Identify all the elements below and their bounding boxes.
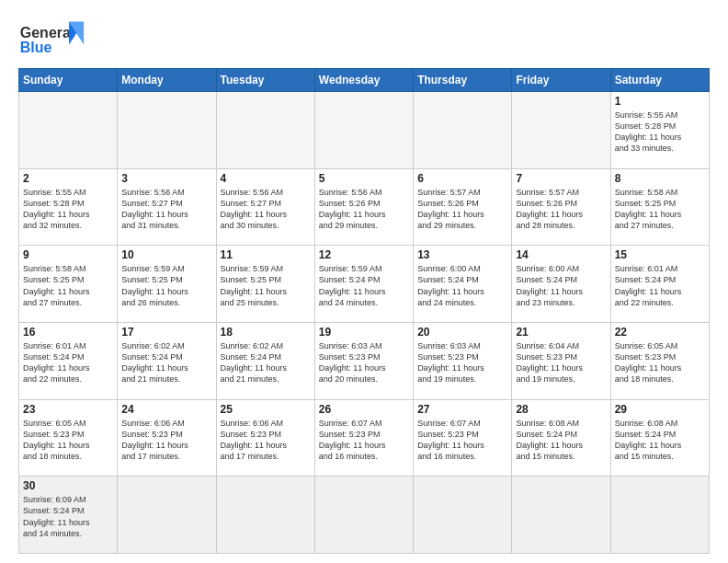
calendar-header-row: SundayMondayTuesdayWednesdayThursdayFrid… <box>19 69 710 92</box>
day-number: 17 <box>121 326 211 339</box>
day-info: Sunrise: 5:58 AM Sunset: 5:25 PM Dayligh… <box>23 263 113 308</box>
day-info: Sunrise: 5:56 AM Sunset: 5:26 PM Dayligh… <box>319 187 409 232</box>
day-info: Sunrise: 6:08 AM Sunset: 5:24 PM Dayligh… <box>516 418 606 463</box>
day-of-week-header: Thursday <box>414 69 512 92</box>
logo-area: General Blue <box>18 15 92 61</box>
calendar-table: SundayMondayTuesdayWednesdayThursdayFrid… <box>18 68 710 554</box>
calendar-day-cell: 27Sunrise: 6:07 AM Sunset: 5:23 PM Dayli… <box>414 399 512 477</box>
day-info: Sunrise: 6:03 AM Sunset: 5:23 PM Dayligh… <box>417 340 507 385</box>
calendar-week-row: 23Sunrise: 6:05 AM Sunset: 5:23 PM Dayli… <box>19 399 710 477</box>
calendar-week-row: 30Sunrise: 6:09 AM Sunset: 5:24 PM Dayli… <box>19 477 710 554</box>
calendar-day-cell: 19Sunrise: 6:03 AM Sunset: 5:23 PM Dayli… <box>314 322 413 399</box>
day-info: Sunrise: 6:04 AM Sunset: 5:23 PM Dayligh… <box>516 340 606 385</box>
day-number: 20 <box>417 326 507 339</box>
day-number: 15 <box>615 248 705 261</box>
day-info: Sunrise: 6:00 AM Sunset: 5:24 PM Dayligh… <box>516 263 606 308</box>
calendar-day-cell: 9Sunrise: 5:58 AM Sunset: 5:25 PM Daylig… <box>19 246 118 323</box>
calendar-week-row: 1Sunrise: 5:55 AM Sunset: 5:28 PM Daylig… <box>19 92 710 169</box>
day-number: 16 <box>23 326 113 339</box>
calendar-day-cell <box>314 477 413 554</box>
day-number: 18 <box>221 326 311 339</box>
day-number: 30 <box>23 479 113 492</box>
calendar-week-row: 16Sunrise: 6:01 AM Sunset: 5:24 PM Dayli… <box>19 322 710 399</box>
calendar-day-cell: 28Sunrise: 6:08 AM Sunset: 5:24 PM Dayli… <box>512 399 610 477</box>
day-number: 14 <box>516 248 606 261</box>
calendar-day-cell: 6Sunrise: 5:57 AM Sunset: 5:26 PM Daylig… <box>414 168 512 246</box>
day-number: 10 <box>121 248 211 261</box>
day-number: 9 <box>23 248 113 261</box>
day-info: Sunrise: 6:05 AM Sunset: 5:23 PM Dayligh… <box>615 340 705 385</box>
day-number: 7 <box>516 172 606 185</box>
calendar-day-cell <box>19 92 118 169</box>
calendar-day-cell: 23Sunrise: 6:05 AM Sunset: 5:23 PM Dayli… <box>19 399 118 477</box>
calendar-day-cell <box>118 477 216 554</box>
calendar-day-cell <box>414 92 512 169</box>
calendar-week-row: 2Sunrise: 5:55 AM Sunset: 5:28 PM Daylig… <box>19 168 710 246</box>
calendar-day-cell: 20Sunrise: 6:03 AM Sunset: 5:23 PM Dayli… <box>414 322 512 399</box>
day-info: Sunrise: 5:55 AM Sunset: 5:28 PM Dayligh… <box>615 109 705 155</box>
calendar-day-cell: 3Sunrise: 5:56 AM Sunset: 5:27 PM Daylig… <box>118 168 216 246</box>
calendar-day-cell <box>414 477 512 554</box>
day-info: Sunrise: 5:57 AM Sunset: 5:26 PM Dayligh… <box>516 187 606 232</box>
calendar-day-cell: 5Sunrise: 5:56 AM Sunset: 5:26 PM Daylig… <box>314 168 413 246</box>
day-info: Sunrise: 5:59 AM Sunset: 5:25 PM Dayligh… <box>121 263 211 308</box>
day-info: Sunrise: 6:00 AM Sunset: 5:24 PM Dayligh… <box>417 263 507 308</box>
day-number: 4 <box>221 172 311 185</box>
day-info: Sunrise: 5:57 AM Sunset: 5:26 PM Dayligh… <box>417 187 507 232</box>
calendar-day-cell: 24Sunrise: 6:06 AM Sunset: 5:23 PM Dayli… <box>118 399 216 477</box>
day-info: Sunrise: 6:01 AM Sunset: 5:24 PM Dayligh… <box>23 340 113 385</box>
day-info: Sunrise: 6:06 AM Sunset: 5:23 PM Dayligh… <box>221 418 311 463</box>
calendar-day-cell: 14Sunrise: 6:00 AM Sunset: 5:24 PM Dayli… <box>512 246 610 323</box>
calendar-day-cell: 1Sunrise: 5:55 AM Sunset: 5:28 PM Daylig… <box>610 92 709 169</box>
day-info: Sunrise: 5:58 AM Sunset: 5:25 PM Dayligh… <box>615 187 705 232</box>
calendar-day-cell: 15Sunrise: 6:01 AM Sunset: 5:24 PM Dayli… <box>610 246 709 323</box>
day-info: Sunrise: 6:07 AM Sunset: 5:23 PM Dayligh… <box>417 418 507 463</box>
calendar-day-cell: 22Sunrise: 6:05 AM Sunset: 5:23 PM Dayli… <box>610 322 709 399</box>
day-number: 22 <box>615 326 705 339</box>
day-number: 5 <box>319 172 409 185</box>
day-info: Sunrise: 6:07 AM Sunset: 5:23 PM Dayligh… <box>319 418 409 463</box>
day-of-week-header: Monday <box>118 69 216 92</box>
day-number: 28 <box>516 403 606 416</box>
day-number: 8 <box>615 172 705 185</box>
day-info: Sunrise: 6:02 AM Sunset: 5:24 PM Dayligh… <box>221 340 311 385</box>
calendar-day-cell <box>512 92 610 169</box>
day-number: 21 <box>516 326 606 339</box>
day-number: 19 <box>319 326 409 339</box>
day-number: 23 <box>23 403 113 416</box>
calendar-day-cell: 12Sunrise: 5:59 AM Sunset: 5:24 PM Dayli… <box>314 246 413 323</box>
calendar-day-cell <box>512 477 610 554</box>
day-number: 6 <box>417 172 507 185</box>
day-number: 11 <box>221 248 311 261</box>
day-of-week-header: Wednesday <box>314 69 413 92</box>
day-number: 3 <box>121 172 211 185</box>
calendar-day-cell <box>216 477 314 554</box>
calendar-day-cell: 30Sunrise: 6:09 AM Sunset: 5:24 PM Dayli… <box>19 477 118 554</box>
calendar-day-cell <box>610 477 709 554</box>
calendar-day-cell: 25Sunrise: 6:06 AM Sunset: 5:23 PM Dayli… <box>216 399 314 477</box>
day-of-week-header: Saturday <box>610 69 709 92</box>
svg-text:General: General <box>20 25 75 40</box>
day-info: Sunrise: 6:01 AM Sunset: 5:24 PM Dayligh… <box>615 263 705 308</box>
calendar-day-cell: 8Sunrise: 5:58 AM Sunset: 5:25 PM Daylig… <box>610 168 709 246</box>
day-of-week-header: Sunday <box>19 69 118 92</box>
day-info: Sunrise: 6:02 AM Sunset: 5:24 PM Dayligh… <box>121 340 211 385</box>
day-info: Sunrise: 5:55 AM Sunset: 5:28 PM Dayligh… <box>23 187 113 232</box>
day-of-week-header: Tuesday <box>216 69 314 92</box>
day-number: 26 <box>319 403 409 416</box>
calendar-day-cell <box>118 92 216 169</box>
day-info: Sunrise: 6:09 AM Sunset: 5:24 PM Dayligh… <box>23 494 113 539</box>
day-info: Sunrise: 5:59 AM Sunset: 5:24 PM Dayligh… <box>319 263 409 308</box>
day-number: 12 <box>319 248 409 261</box>
calendar-day-cell: 17Sunrise: 6:02 AM Sunset: 5:24 PM Dayli… <box>118 322 216 399</box>
calendar-day-cell <box>216 92 314 169</box>
calendar-day-cell: 18Sunrise: 6:02 AM Sunset: 5:24 PM Dayli… <box>216 322 314 399</box>
svg-text:Blue: Blue <box>20 40 52 55</box>
calendar-day-cell: 11Sunrise: 5:59 AM Sunset: 5:25 PM Dayli… <box>216 246 314 323</box>
calendar-day-cell: 16Sunrise: 6:01 AM Sunset: 5:24 PM Dayli… <box>19 322 118 399</box>
day-of-week-header: Friday <box>512 69 610 92</box>
day-number: 27 <box>417 403 507 416</box>
logo-icon: General Blue <box>18 15 92 61</box>
calendar-day-cell <box>314 92 413 169</box>
day-info: Sunrise: 6:06 AM Sunset: 5:23 PM Dayligh… <box>121 418 211 463</box>
